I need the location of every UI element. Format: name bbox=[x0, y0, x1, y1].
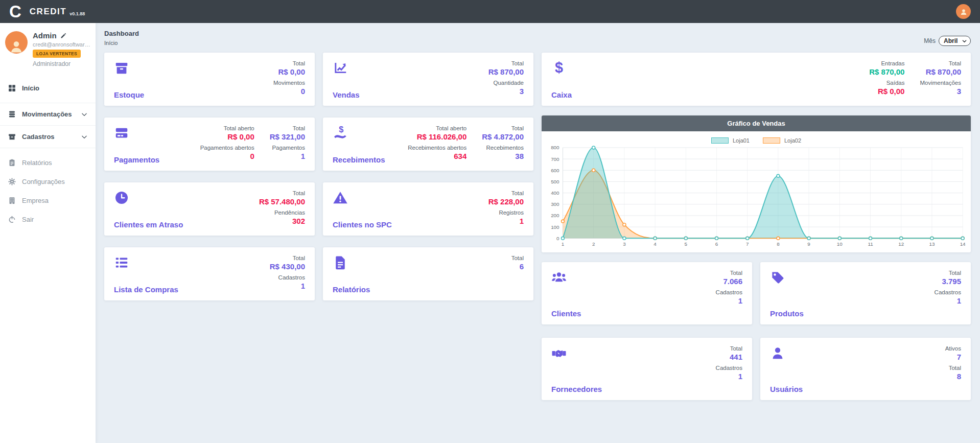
svg-text:3: 3 bbox=[623, 241, 626, 247]
stat-value: 3.795 bbox=[935, 277, 961, 286]
sales-chart: 0100200300400500600700800123456789101112… bbox=[545, 144, 968, 250]
svg-text:5: 5 bbox=[685, 241, 688, 247]
chart-legend: Loja01Loja02 bbox=[542, 137, 971, 144]
svg-text:13: 13 bbox=[929, 241, 935, 247]
stat-label: Cadastros bbox=[716, 365, 742, 371]
stat-value: R$ 321,00 bbox=[270, 132, 305, 141]
stat-label: Cadastros bbox=[935, 289, 961, 295]
sidebar-item-label: Sair bbox=[22, 216, 34, 223]
stat-label: Ativos bbox=[945, 345, 961, 352]
legend-label: Loja01 bbox=[733, 137, 750, 144]
grid-icon bbox=[8, 84, 16, 92]
legend-label: Loja02 bbox=[784, 137, 801, 144]
legend-item-loja01[interactable]: Loja01 bbox=[711, 137, 750, 144]
card-clientes[interactable]: ClientesTotal7.066Cadastros1 bbox=[542, 262, 752, 324]
legend-swatch bbox=[763, 137, 780, 144]
card-title: Vendas bbox=[333, 90, 360, 99]
stat-value: 302 bbox=[259, 217, 305, 225]
stat-value: R$ 870,00 bbox=[920, 67, 961, 76]
page-title: Dashboard bbox=[104, 30, 139, 37]
database-icon bbox=[8, 110, 16, 119]
person-icon bbox=[9, 38, 24, 54]
svg-text:700: 700 bbox=[551, 156, 559, 162]
card-relatorios[interactable]: RelatóriosTotal6 bbox=[323, 247, 533, 300]
svg-text:800: 800 bbox=[551, 145, 559, 150]
card-title: Clientes bbox=[551, 309, 581, 318]
stat-value: 8 bbox=[945, 372, 961, 381]
app-version: v0.1.88 bbox=[69, 11, 85, 16]
sidebar-item-cadastros[interactable]: Cadastros bbox=[0, 126, 96, 148]
summary-cards-left: EstoqueTotalR$ 0,00Movimentos0VendasTota… bbox=[104, 53, 533, 400]
legend-swatch bbox=[711, 137, 729, 144]
stat-value: 441 bbox=[716, 353, 742, 361]
svg-text:8: 8 bbox=[777, 241, 780, 247]
svg-text:100: 100 bbox=[551, 224, 559, 230]
stat-label: Total bbox=[920, 60, 961, 66]
stat-value: R$ 870,00 bbox=[488, 67, 524, 76]
sidebar-item-label: Empresa bbox=[22, 197, 49, 204]
card-produtos[interactable]: ProdutosTotal3.795Cadastros1 bbox=[760, 262, 971, 324]
power-icon bbox=[8, 215, 16, 224]
card-pagamentos[interactable]: PagamentosTotal abertoR$ 0,00Pagamentos … bbox=[104, 118, 315, 171]
tag-icon bbox=[770, 270, 785, 285]
sidebar-item-relatorios[interactable]: Relatórios bbox=[0, 153, 96, 172]
stat-label: Total bbox=[270, 125, 305, 131]
svg-text:200: 200 bbox=[551, 213, 559, 218]
svg-text:500: 500 bbox=[551, 179, 559, 184]
sidebar-item-sair[interactable]: Sair bbox=[0, 210, 96, 229]
sidebar-item-movimentacoes[interactable]: Movimentações bbox=[0, 103, 96, 126]
hand-dollar-icon: $ bbox=[333, 125, 348, 141]
card-title: Clientes em Atraso bbox=[114, 220, 183, 229]
handshake-icon bbox=[551, 345, 567, 361]
stat-value: R$ 0,00 bbox=[869, 87, 904, 96]
stat-value: R$ 57.480,00 bbox=[259, 197, 305, 206]
topbar: C CREDIT v0.1.88 bbox=[0, 0, 980, 23]
stat-label: Total bbox=[935, 270, 961, 276]
sidebar-item-label: Movimentações bbox=[22, 110, 72, 118]
stat-label: Cadastros bbox=[270, 274, 305, 281]
sidebar-item-inicio[interactable]: Início bbox=[0, 79, 96, 98]
inbox-icon bbox=[8, 132, 16, 141]
file-lines-icon bbox=[333, 255, 348, 270]
user-avatar-button[interactable] bbox=[956, 4, 971, 19]
card-clientes-em-atraso[interactable]: Clientes em AtrasoTotalR$ 57.480,00Pendê… bbox=[104, 182, 315, 236]
stat-label: Total bbox=[511, 255, 524, 261]
card-usuarios[interactable]: UsuáriosAtivos7Total8 bbox=[760, 338, 971, 400]
month-select[interactable]: Abril bbox=[939, 36, 971, 46]
svg-text:0: 0 bbox=[556, 236, 559, 241]
card-caixa[interactable]: $CaixaEntradasR$ 870,00SaídasR$ 0,00Tota… bbox=[542, 53, 971, 106]
svg-text:300: 300 bbox=[551, 201, 559, 207]
stat-label: Pagamentos bbox=[270, 145, 305, 151]
card-recebimentos[interactable]: $RecebimentosTotal abertoR$ 116.026,00Re… bbox=[323, 118, 533, 171]
sidebar-item-configuracoes[interactable]: Configurações bbox=[0, 172, 96, 191]
card-title: Pagamentos bbox=[114, 155, 159, 164]
stat-value: 0 bbox=[200, 152, 254, 160]
stat-label: Total bbox=[945, 365, 961, 371]
stat-value: R$ 228,00 bbox=[488, 197, 524, 206]
card-clientes-no-spc[interactable]: Clientes no SPCTotalR$ 228,00Registros1 bbox=[323, 182, 533, 236]
warning-icon bbox=[333, 190, 348, 205]
sidebar-item-label: Configurações bbox=[22, 178, 65, 185]
pencil-icon[interactable] bbox=[60, 33, 66, 39]
svg-text:9: 9 bbox=[807, 241, 810, 247]
app-name: CREDIT bbox=[30, 7, 66, 17]
svg-text:600: 600 bbox=[551, 168, 559, 173]
stat-value: 3 bbox=[920, 87, 961, 96]
building-icon bbox=[8, 196, 16, 205]
stat-value: R$ 0,00 bbox=[273, 67, 305, 76]
svg-text:7: 7 bbox=[746, 241, 749, 247]
sidebar-item-empresa[interactable]: Empresa bbox=[0, 191, 96, 210]
card-estoque[interactable]: EstoqueTotalR$ 0,00Movimentos0 bbox=[104, 53, 315, 106]
summary-cards-right: ClientesTotal7.066Cadastros1ProdutosTota… bbox=[542, 262, 971, 400]
card-fornecedores[interactable]: FornecedoresTotal441Cadastros1 bbox=[542, 338, 752, 400]
card-title: Caixa bbox=[551, 90, 572, 99]
month-label: Mês bbox=[924, 37, 936, 44]
card-lista-de-compras[interactable]: Lista de ComprasTotalR$ 430,00Cadastros1 bbox=[104, 247, 315, 300]
sidebar-item-label: Cadastros bbox=[22, 133, 55, 141]
card-title: Lista de Compras bbox=[114, 285, 178, 294]
card-vendas[interactable]: VendasTotalR$ 870,00Quantidade3 bbox=[323, 53, 533, 106]
profile-section: Admin credit@anronsoftware.co... LOJA VE… bbox=[0, 23, 96, 71]
legend-item-loja02[interactable]: Loja02 bbox=[763, 137, 801, 144]
main-content: Dashboard Início Mês Abril EstoqueTotalR… bbox=[96, 23, 980, 443]
clock-icon bbox=[114, 190, 129, 205]
